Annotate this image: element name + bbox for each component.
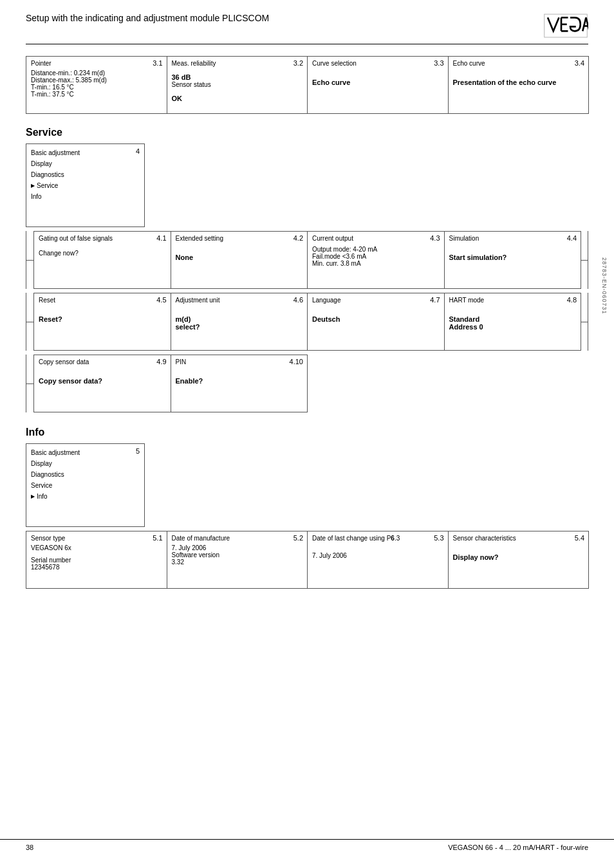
bracket-right-2 <box>588 293 588 351</box>
box-line-failmode: Fail.mode <3.6 mA <box>312 253 440 260</box>
box-line-tmin2: T-min.: 37.5 °C <box>31 91 162 98</box>
box-bold-md: m(d)select? <box>176 315 303 331</box>
box-number-5-4: 5.4 <box>575 534 584 542</box>
box-number-5-1: 5.1 <box>153 534 162 542</box>
box-title-5-3: Date of last change using P6.3 <box>312 535 443 542</box>
box-line-change-now: Change now? <box>39 250 166 257</box>
box-3-1: 3.1 Pointer Distance-min.: 0.234 m(d) Di… <box>26 56 167 114</box>
box-title-3-3: Curve selection <box>312 60 443 67</box>
info-section: Info 5 Basic adjustment Display Diagnost… <box>26 427 588 589</box>
box-number-4-7: 4.7 <box>430 296 440 304</box>
box-title-3-1: Pointer <box>31 60 162 67</box>
box-bold-standard: StandardAddress 0 <box>449 315 577 331</box>
box-line-dist-min: Distance-min.: 0.234 m(d) <box>31 69 162 77</box>
service-heading: Service <box>26 127 588 138</box>
bracket-left-3 <box>26 355 26 412</box>
box-bold-echo-curve: Echo curve <box>312 78 443 86</box>
box-number-3-3: 3.3 <box>434 59 443 67</box>
box-title-4-7: Language <box>312 297 440 304</box>
box-title-5-1: Sensor type <box>31 535 162 542</box>
nav-number-5: 5 <box>136 447 140 455</box>
box-date-mfg: 7. July 2006 <box>172 544 303 551</box>
box-title-5-2: Date of manufacture <box>172 535 303 542</box>
box-number-4-9: 4.9 <box>156 358 166 365</box>
box-4-9: 4.9 Copy sensor data Copy sensor data? <box>33 355 171 412</box>
box-bold-presentation: Presentation of the echo curve <box>453 78 584 86</box>
box-4-8: 4.8 HART mode StandardAddress 0 <box>444 293 582 351</box>
box-title-3-4: Echo curve <box>453 60 584 67</box>
footer-product: VEGASON 66 - 4 ... 20 mA/HART - four-wir… <box>448 844 588 851</box>
bracket-left-2 <box>26 293 26 351</box>
box-number-4-1: 4.1 <box>156 234 166 242</box>
box-bold-deutsch: Deutsch <box>312 315 440 323</box>
nav-item-diagnostics: Diagnostics <box>31 169 140 180</box>
box-number-3-1: 3.1 <box>153 59 162 67</box>
box-bold-ok: OK <box>172 95 303 102</box>
info-nav-basic: Basic adjustment <box>31 447 140 458</box>
box-bold-start-sim: Start simulation? <box>449 254 577 261</box>
service-nav-row: 4 Basic adjustment Display Diagnostics S… <box>26 143 588 227</box>
box-title-3-2: Meas. reliability <box>172 60 303 67</box>
box-title-4-3: Current output <box>312 235 440 242</box>
box-title-4-5: Reset <box>39 297 166 304</box>
page-header: Setup with the indicating and adjustment… <box>26 13 588 44</box>
service-section: Service 4 Basic adjustment Display Diagn… <box>26 127 588 412</box>
box-number-5-2: 5.2 <box>293 534 303 542</box>
box-bold-display-now: Display now? <box>453 553 584 561</box>
box-4-10: 4.10 PIN Enable? <box>171 355 308 412</box>
box-bold-reset: Reset? <box>39 315 166 323</box>
side-doc-number: 28783-EN-060731 <box>601 257 608 315</box>
box-title-4-1: Gating out of false signals <box>39 235 166 242</box>
box-title-4-9: Copy sensor data <box>39 358 166 365</box>
service-row-3: 4.9 Copy sensor data Copy sensor data? 4… <box>33 355 581 412</box>
box-bold-none: None <box>176 254 303 261</box>
page-title: Setup with the indicating and adjustment… <box>26 13 269 23</box>
box-vegason: VEGASON 6x <box>31 544 162 551</box>
box-4-2: 4.2 Extended setting None <box>171 231 308 289</box>
box-number-4-4: 4.4 <box>567 234 577 242</box>
nav-item-service: Service <box>31 180 140 191</box>
nav-item-display: Display <box>31 158 140 169</box>
page-footer: 38 VEGASON 66 - 4 ... 20 mA/HART - four-… <box>0 839 614 855</box>
box-3-2: 3.2 Meas. reliability 36 dB Sensor statu… <box>167 56 308 114</box>
info-heading: Info <box>26 427 588 438</box>
info-nav-info: Info <box>31 491 140 502</box>
box-title-4-8: HART mode <box>449 297 577 304</box>
box-serial-label: Serial number <box>31 557 162 564</box>
box-title-5-4: Sensor characteristics <box>453 535 584 542</box>
box-line-mincurr: Min. curr. 3.8 mA <box>312 260 440 267</box>
box-5-1: 5.1 Sensor type VEGASON 6x Serial number… <box>26 531 167 589</box>
box-number-3-2: 3.2 <box>293 59 303 67</box>
box-bold-36db: 36 dB <box>172 73 303 81</box>
info-nav-box: 5 Basic adjustment Display Diagnostics S… <box>26 443 145 527</box>
box-3-3: 3.3 Curve selection Echo curve <box>307 56 449 114</box>
box-5-3: 5.3 Date of last change using P6.3 7. Ju… <box>307 531 449 589</box>
info-nav-row: 5 Basic adjustment Display Diagnostics S… <box>26 443 588 527</box>
box-number-4-10: 4.10 <box>290 358 303 365</box>
service-row-2: 4.5 Reset Reset? 4.6 Adjustment unit m(d… <box>33 293 581 351</box>
box-last-change-date: 7. July 2006 <box>312 552 443 559</box>
box-title-4-2: Extended setting <box>176 235 303 242</box>
box-serial-number: 12345678 <box>31 564 162 571</box>
box-line-dist-max: Distance-max.: 5.385 m(d) <box>31 77 162 84</box>
box-3-4: 3.4 Echo curve Presentation of the echo … <box>448 56 590 114</box>
box-sensor-status-label: Sensor status <box>172 81 303 88</box>
box-number-4-6: 4.6 <box>293 296 303 304</box>
box-bold-enable: Enable? <box>176 377 303 385</box>
box-number-3-4: 3.4 <box>575 59 584 67</box>
box-line-tmin1: T-min.: 16.5 °C <box>31 84 162 91</box>
box-4-4: 4.4 Simulation Start simulation? <box>444 231 582 289</box>
info-nav-diagnostics: Diagnostics <box>31 469 140 480</box>
pointer-section: 3.1 Pointer Distance-min.: 0.234 m(d) Di… <box>26 56 588 114</box>
bracket-right-1 <box>588 231 588 289</box>
service-nav-box: 4 Basic adjustment Display Diagnostics S… <box>26 143 145 227</box>
box-number-4-8: 4.8 <box>567 296 577 304</box>
box-title-4-10: PIN <box>176 358 303 365</box>
box-sw-version-label: Software version <box>172 551 303 559</box>
box-4-3: 4.3 Current output Output mode: 4-20 mA … <box>307 231 445 289</box>
box-4-5: 4.5 Reset Reset? <box>33 293 171 351</box>
box-4-6: 4.6 Adjustment unit m(d)select? <box>171 293 308 351</box>
bracket-left-1 <box>26 231 26 289</box>
info-nav-service: Service <box>31 480 140 491</box>
box-number-4-3: 4.3 <box>430 234 440 242</box>
